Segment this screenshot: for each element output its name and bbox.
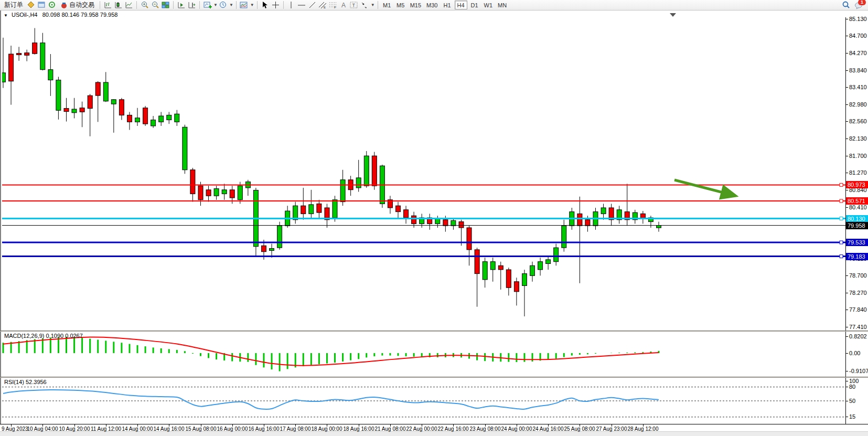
- price-line-badge: 79.183: [846, 253, 868, 260]
- chart-symbol-period: USOil-,H4: [12, 12, 38, 18]
- toolbar-separator: [236, 1, 237, 9]
- price-line-badge: 79.533: [846, 239, 868, 246]
- arrows-tool-icon[interactable]: [360, 1, 370, 10]
- price-tick: 80.410: [846, 204, 867, 210]
- macd-tick: 0.8202: [846, 333, 867, 339]
- time-label: 16 Aug 16:00: [249, 426, 280, 432]
- time-label: 17 Aug 08:00: [280, 426, 311, 432]
- main-price-chart[interactable]: [2, 17, 845, 331]
- crosshair-tool-icon[interactable]: [271, 1, 281, 10]
- chart-shift-marker[interactable]: [670, 13, 676, 17]
- cursor-tool-icon[interactable]: [260, 1, 270, 10]
- timeframe-button-W1[interactable]: W1: [482, 1, 495, 9]
- chart-title-collapse-icon[interactable]: ▼: [4, 13, 8, 18]
- time-label: 27 Aug 23:00: [596, 426, 627, 432]
- time-label: 10 Aug 04:00: [27, 426, 58, 432]
- price-tick: 78.700: [846, 272, 867, 279]
- notifications-icon[interactable]: 1: [854, 1, 864, 10]
- pane-separator[interactable]: [0, 331, 868, 332]
- fibonacci-tool-icon[interactable]: F: [328, 1, 338, 10]
- macd-axis[interactable]: 0.82020.00-0.9107: [845, 332, 868, 377]
- time-label: 14 Aug 00:00: [122, 426, 153, 432]
- autotrading-button[interactable]: 自动交易: [58, 1, 97, 10]
- timeframe-button-M5[interactable]: M5: [394, 1, 407, 9]
- rsi-label: RSI(14) 52.3956: [4, 379, 47, 385]
- price-line-badge: 79.958: [846, 222, 868, 229]
- macd-indicator-pane[interactable]: [2, 332, 845, 377]
- candlestick-mode-icon[interactable]: [113, 1, 123, 10]
- price-tick: 82.130: [846, 135, 867, 142]
- chart-shift-icon[interactable]: [187, 1, 197, 10]
- price-line-badge: 80.973: [846, 181, 868, 188]
- new-order-button[interactable]: 新订单: [2, 1, 26, 10]
- toolbar-separator: [136, 1, 137, 9]
- price-tick: 84.700: [846, 33, 867, 39]
- macd-tick: -0.9107: [846, 368, 868, 374]
- time-label: 21 Aug 08:00: [375, 426, 406, 432]
- autotrading-icon: [60, 2, 68, 9]
- rsi-value: 52.3956: [26, 379, 47, 385]
- price-tick: 85.130: [846, 16, 867, 22]
- price-line-badge: 80.571: [846, 197, 868, 205]
- time-label: 11 Aug 12:00: [91, 426, 121, 432]
- period-icon[interactable]: [218, 1, 228, 10]
- time-label: 18 Aug 00:00: [312, 426, 342, 432]
- vertical-line-tool-icon[interactable]: [286, 1, 296, 10]
- market-watch-icon[interactable]: [26, 1, 36, 10]
- zoom-out-icon[interactable]: [150, 1, 160, 10]
- navigator-icon[interactable]: [37, 1, 47, 10]
- pane-separator[interactable]: [0, 377, 868, 378]
- macd-tick: 0.00: [846, 350, 860, 356]
- toolbar-separator: [199, 1, 200, 9]
- text-tool-icon[interactable]: A: [339, 1, 349, 10]
- period-dropdown-icon[interactable]: ▼: [229, 3, 233, 7]
- arrows-dropdown-icon[interactable]: ▼: [371, 3, 375, 7]
- tile-windows-icon[interactable]: [160, 1, 170, 10]
- price-axis[interactable]: 85.13084.70084.27083.84083.41082.98082.5…: [845, 17, 868, 331]
- time-label: 16 Aug 00:00: [217, 426, 248, 432]
- timeframe-button-MN[interactable]: MN: [496, 1, 509, 9]
- timeframe-button-H4[interactable]: H4: [455, 1, 467, 9]
- search-icon[interactable]: [841, 1, 851, 10]
- toolbar-separator: [283, 1, 284, 9]
- add-indicator-icon[interactable]: [202, 1, 212, 10]
- text-label-tool-icon[interactable]: T: [349, 1, 359, 10]
- time-label: 22 Aug 00:00: [406, 426, 437, 432]
- toolbar-right: 1: [841, 1, 868, 10]
- toolbar-separator: [378, 1, 378, 9]
- timeframe-button-M30[interactable]: M30: [424, 1, 440, 9]
- price-tick: 83.410: [846, 84, 867, 90]
- bar-chart-mode-icon[interactable]: [103, 1, 113, 10]
- timeframe-button-M15[interactable]: M15: [408, 1, 423, 9]
- notification-count-badge: 1: [858, 0, 866, 5]
- template-dropdown-icon[interactable]: ▼: [250, 3, 254, 7]
- template-icon[interactable]: [239, 1, 249, 10]
- macd-signal-value: 0.0267: [65, 333, 83, 339]
- toolbar-separator: [173, 1, 174, 9]
- rsi-indicator-pane[interactable]: [2, 378, 845, 424]
- svg-text:A: A: [341, 2, 346, 9]
- svg-text:F: F: [334, 6, 336, 9]
- add-indicator-dropdown-icon[interactable]: ▼: [213, 3, 218, 7]
- status-strip: [0, 431, 868, 436]
- auto-scroll-icon[interactable]: [176, 1, 186, 10]
- time-label: 10 Aug 20:00: [59, 426, 90, 432]
- horizontal-line-tool-icon[interactable]: [297, 1, 307, 10]
- svg-text:T: T: [352, 3, 356, 8]
- rsi-line: [3, 390, 659, 409]
- timeframe-buttons: M1M5M15M30H1H4D1W1MN: [381, 1, 509, 9]
- timeframe-button-D1[interactable]: D1: [468, 1, 481, 9]
- data-window-icon[interactable]: [47, 1, 57, 10]
- timeframe-button-H1[interactable]: H1: [441, 1, 454, 9]
- rsi-axis[interactable]: 100805015: [845, 378, 868, 424]
- line-chart-mode-icon[interactable]: [124, 1, 134, 10]
- time-axis[interactable]: 9 Aug 202310 Aug 04:0010 Aug 20:0011 Aug…: [0, 424, 868, 431]
- time-label: 18 Aug 16:00: [344, 426, 374, 432]
- zoom-in-icon[interactable]: [140, 1, 149, 10]
- equidistant-channel-tool-icon[interactable]: E: [318, 1, 328, 10]
- price-tick: 82.560: [846, 118, 867, 124]
- timeframe-button-M1[interactable]: M1: [381, 1, 393, 9]
- time-label: 24 Aug 00:00: [501, 426, 532, 432]
- autotrading-label: 自动交易: [69, 1, 94, 9]
- trendline-tool-icon[interactable]: [307, 1, 317, 10]
